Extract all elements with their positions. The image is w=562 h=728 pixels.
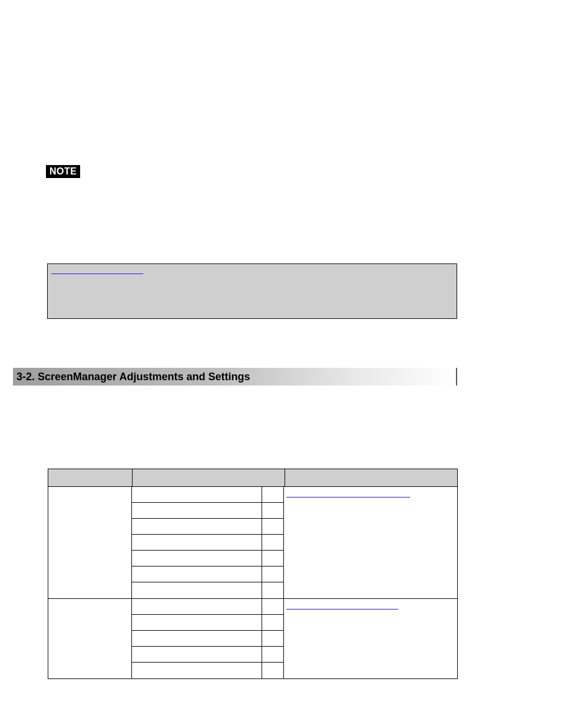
sub-menu-label (132, 503, 262, 518)
sub-menu-icon (262, 487, 283, 502)
sub-menu-row (132, 663, 283, 678)
sub-menu-icon (262, 551, 283, 566)
sub-menu-row (132, 519, 283, 535)
sub-menu-row (132, 535, 283, 551)
sub-menu-label (132, 519, 262, 534)
reference-link[interactable] (286, 602, 398, 610)
main-menu-cell (48, 487, 132, 599)
sub-menu-icon (262, 663, 283, 678)
sub-menu-icon (262, 631, 283, 646)
sub-menu-row (132, 503, 283, 519)
sub-menu-row (132, 566, 283, 582)
sub-menu-icon (262, 535, 283, 550)
sub-menu-label (132, 647, 262, 662)
reference-cell (284, 599, 457, 678)
sub-menu-label (132, 487, 262, 502)
reference-link[interactable] (286, 490, 410, 498)
sub-menu-row (132, 487, 283, 503)
sub-menu-icon (262, 615, 283, 630)
sub-menu-list (132, 599, 284, 678)
table-header (48, 469, 457, 487)
sub-menu-list (132, 487, 284, 598)
page: NOTE 3-2. ScreenManager Adjustments and … (0, 0, 562, 728)
sub-menu-label (132, 631, 262, 646)
header-main-menu (48, 469, 133, 487)
sub-menu-label (132, 535, 262, 550)
sub-menu-icon (262, 503, 283, 518)
section-heading: 3-2. ScreenManager Adjustments and Setti… (13, 368, 457, 386)
callout-box (47, 263, 457, 319)
sub-menu-row (132, 582, 283, 598)
settings-table (48, 469, 458, 679)
callout-link[interactable] (51, 266, 143, 274)
sub-menu-label (132, 599, 262, 614)
table-group (48, 599, 457, 678)
sub-menu-label (132, 663, 262, 678)
sub-menu-icon (262, 519, 283, 534)
sub-menu-icon (262, 582, 283, 598)
sub-menu-row (132, 647, 283, 663)
sub-menu-icon (262, 647, 283, 662)
sub-menu-icon (262, 599, 283, 614)
header-reference (285, 469, 457, 487)
sub-menu-label (132, 566, 262, 582)
main-menu-cell (48, 599, 132, 678)
sub-menu-row (132, 615, 283, 631)
sub-menu-label (132, 615, 262, 630)
note-badge: NOTE (46, 165, 80, 178)
header-sub-menu (133, 469, 285, 487)
sub-menu-row (132, 551, 283, 566)
sub-menu-icon (262, 566, 283, 582)
sub-menu-row (132, 631, 283, 647)
reference-cell (284, 487, 457, 598)
sub-menu-label (132, 551, 262, 566)
sub-menu-label (132, 582, 262, 598)
sub-menu-row (132, 599, 283, 615)
table-group (48, 487, 457, 599)
